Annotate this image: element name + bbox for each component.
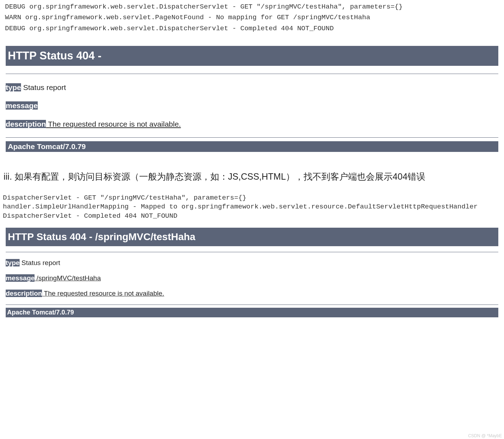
divider <box>6 137 498 138</box>
tomcat-version-footer: Apache Tomcat/7.0.79 <box>6 141 498 152</box>
message-label: message <box>6 101 38 110</box>
log-line: WARN org.springframework.web.servlet.Pag… <box>5 14 370 21</box>
log-output-2: DispatcherServlet - GET "/springMVC/test… <box>0 192 504 222</box>
description-label: description <box>6 290 42 297</box>
type-value: Status report <box>20 259 60 266</box>
error-description-row: description The requested resource is no… <box>6 289 498 298</box>
message-label: message <box>6 274 35 282</box>
log-output-1: DEBUG org.springframework.web.servlet.Di… <box>0 0 504 35</box>
error-type-row: type Status report <box>6 83 498 92</box>
log-line: handler.SimpleUrlHandlerMapping - Mapped… <box>3 203 478 211</box>
message-value: /springMVC/testHaha <box>35 274 101 282</box>
tomcat-error-page-1: HTTP Status 404 - type Status report mes… <box>6 46 498 152</box>
divider <box>6 252 498 252</box>
type-label: type <box>6 259 20 266</box>
description-value: The requested resource is not available. <box>46 120 181 128</box>
http-status-title: HTTP Status 404 - /springMVC/testHaha <box>6 228 498 246</box>
log-line: DEBUG org.springframework.web.servlet.Di… <box>5 3 403 11</box>
tomcat-error-page-2: HTTP Status 404 - /springMVC/testHaha ty… <box>6 228 498 317</box>
description-label: description <box>6 120 46 128</box>
error-description-row: description The requested resource is no… <box>6 119 498 129</box>
tomcat-version-footer: Apache Tomcat/7.0.79 <box>6 308 498 317</box>
error-type-row: type Status report <box>6 259 498 268</box>
error-message-row: message <box>6 101 498 110</box>
section-heading-iii: iii. 如果有配置，则访问目标资源（一般为静态资源，如：JS,CSS,HTML… <box>0 157 504 192</box>
log-line: DispatcherServlet - GET "/springMVC/test… <box>3 194 246 202</box>
description-value: The requested resource is not available. <box>42 290 164 297</box>
type-value: Status report <box>21 83 66 91</box>
error-message-row: message /springMVC/testHaha <box>6 274 498 283</box>
type-label: type <box>6 83 21 91</box>
http-status-title: HTTP Status 404 - <box>6 46 498 66</box>
divider <box>6 305 498 305</box>
log-line: DispatcherServlet - Completed 404 NOT_FO… <box>3 212 177 220</box>
divider <box>6 74 498 74</box>
log-line: DEBUG org.springframework.web.servlet.Di… <box>5 25 334 32</box>
